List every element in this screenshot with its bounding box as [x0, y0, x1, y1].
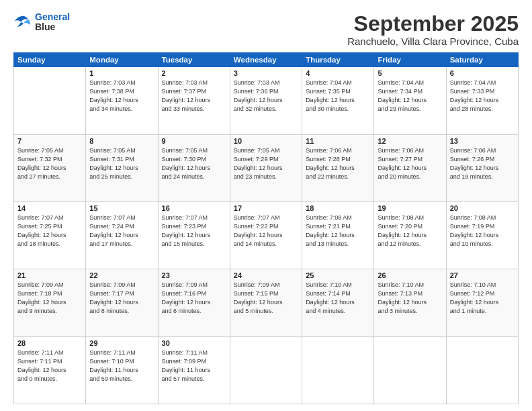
- day-info: Sunrise: 7:05 AM Sunset: 7:30 PM Dayligh…: [162, 146, 226, 181]
- day-number: 13: [450, 137, 515, 145]
- day-info: Sunrise: 7:07 AM Sunset: 7:23 PM Dayligh…: [162, 214, 226, 248]
- calendar-cell: 19Sunrise: 7:08 AM Sunset: 7:20 PM Dayli…: [374, 201, 446, 269]
- day-number: 8: [89, 137, 154, 145]
- header: General Blue September 2025 Ranchuelo, V…: [13, 12, 519, 47]
- calendar-cell: [374, 336, 446, 404]
- week-row-5: 28Sunrise: 7:11 AM Sunset: 7:11 PM Dayli…: [14, 336, 519, 404]
- day-number: 11: [306, 137, 370, 145]
- day-info: Sunrise: 7:05 AM Sunset: 7:32 PM Dayligh…: [17, 146, 82, 181]
- calendar-cell: 8Sunrise: 7:05 AM Sunset: 7:31 PM Daylig…: [86, 134, 158, 201]
- calendar-cell: [446, 336, 518, 404]
- calendar-cell: 7Sunrise: 7:05 AM Sunset: 7:32 PM Daylig…: [14, 134, 86, 201]
- day-number: 23: [162, 271, 226, 279]
- weekday-header-wednesday: Wednesday: [230, 53, 302, 67]
- calendar-cell: [14, 67, 86, 134]
- day-number: 29: [89, 339, 154, 347]
- calendar-cell: 28Sunrise: 7:11 AM Sunset: 7:11 PM Dayli…: [14, 336, 86, 404]
- day-info: Sunrise: 7:04 AM Sunset: 7:34 PM Dayligh…: [378, 79, 442, 113]
- calendar-cell: 18Sunrise: 7:08 AM Sunset: 7:21 PM Dayli…: [302, 201, 374, 269]
- day-number: 7: [17, 137, 82, 145]
- title-block: September 2025 Ranchuelo, Villa Clara Pr…: [347, 12, 519, 47]
- day-info: Sunrise: 7:07 AM Sunset: 7:25 PM Dayligh…: [17, 214, 82, 248]
- calendar-cell: 10Sunrise: 7:05 AM Sunset: 7:29 PM Dayli…: [230, 134, 302, 201]
- calendar-cell: 1Sunrise: 7:03 AM Sunset: 7:38 PM Daylig…: [86, 67, 158, 134]
- day-number: 21: [17, 271, 82, 279]
- calendar-cell: 13Sunrise: 7:06 AM Sunset: 7:26 PM Dayli…: [446, 134, 518, 201]
- logo-line2: Blue: [35, 22, 70, 32]
- day-number: 15: [89, 204, 154, 212]
- day-number: 25: [306, 271, 370, 279]
- month-title: September 2025: [347, 12, 519, 36]
- day-info: Sunrise: 7:10 AM Sunset: 7:14 PM Dayligh…: [306, 281, 370, 316]
- logo-text: General Blue: [35, 12, 70, 33]
- calendar-cell: 17Sunrise: 7:07 AM Sunset: 7:22 PM Dayli…: [230, 201, 302, 269]
- day-info: Sunrise: 7:09 AM Sunset: 7:17 PM Dayligh…: [89, 281, 154, 316]
- day-info: Sunrise: 7:03 AM Sunset: 7:37 PM Dayligh…: [162, 79, 226, 113]
- day-number: 10: [234, 137, 298, 145]
- day-info: Sunrise: 7:10 AM Sunset: 7:13 PM Dayligh…: [378, 281, 442, 316]
- weekday-header-tuesday: Tuesday: [158, 53, 230, 67]
- day-number: 1: [89, 69, 154, 77]
- day-info: Sunrise: 7:11 AM Sunset: 7:11 PM Dayligh…: [17, 349, 82, 383]
- calendar-cell: 23Sunrise: 7:09 AM Sunset: 7:16 PM Dayli…: [158, 269, 230, 336]
- weekday-header-monday: Monday: [86, 53, 158, 67]
- calendar-cell: 29Sunrise: 7:11 AM Sunset: 7:10 PM Dayli…: [86, 336, 158, 404]
- week-row-2: 7Sunrise: 7:05 AM Sunset: 7:32 PM Daylig…: [14, 134, 519, 201]
- calendar-cell: 15Sunrise: 7:07 AM Sunset: 7:24 PM Dayli…: [86, 201, 158, 269]
- day-info: Sunrise: 7:03 AM Sunset: 7:38 PM Dayligh…: [89, 79, 154, 113]
- weekday-header-saturday: Saturday: [446, 53, 518, 67]
- calendar-cell: 9Sunrise: 7:05 AM Sunset: 7:30 PM Daylig…: [158, 134, 230, 201]
- page: General Blue September 2025 Ranchuelo, V…: [0, 0, 532, 411]
- day-number: 9: [162, 137, 226, 145]
- day-info: Sunrise: 7:06 AM Sunset: 7:28 PM Dayligh…: [306, 146, 370, 181]
- day-info: Sunrise: 7:08 AM Sunset: 7:21 PM Dayligh…: [306, 214, 370, 248]
- calendar-cell: 20Sunrise: 7:08 AM Sunset: 7:19 PM Dayli…: [446, 201, 518, 269]
- day-info: Sunrise: 7:11 AM Sunset: 7:09 PM Dayligh…: [162, 349, 226, 383]
- calendar-cell: 4Sunrise: 7:04 AM Sunset: 7:35 PM Daylig…: [302, 67, 374, 134]
- day-info: Sunrise: 7:10 AM Sunset: 7:12 PM Dayligh…: [450, 281, 515, 316]
- calendar-cell: 5Sunrise: 7:04 AM Sunset: 7:34 PM Daylig…: [374, 67, 446, 134]
- week-row-4: 21Sunrise: 7:09 AM Sunset: 7:18 PM Dayli…: [14, 269, 519, 336]
- day-info: Sunrise: 7:06 AM Sunset: 7:27 PM Dayligh…: [378, 146, 442, 181]
- calendar-cell: 6Sunrise: 7:04 AM Sunset: 7:33 PM Daylig…: [446, 67, 518, 134]
- calendar-table: SundayMondayTuesdayWednesdayThursdayFrid…: [13, 52, 519, 404]
- day-number: 24: [234, 271, 298, 279]
- calendar-cell: 25Sunrise: 7:10 AM Sunset: 7:14 PM Dayli…: [302, 269, 374, 336]
- day-info: Sunrise: 7:09 AM Sunset: 7:16 PM Dayligh…: [162, 281, 226, 316]
- calendar-cell: [230, 336, 302, 404]
- calendar-cell: 22Sunrise: 7:09 AM Sunset: 7:17 PM Dayli…: [86, 269, 158, 336]
- day-number: 17: [234, 204, 298, 212]
- calendar-cell: 3Sunrise: 7:03 AM Sunset: 7:36 PM Daylig…: [230, 67, 302, 134]
- day-number: 4: [306, 69, 370, 77]
- weekday-header-friday: Friday: [374, 53, 446, 67]
- calendar-cell: 12Sunrise: 7:06 AM Sunset: 7:27 PM Dayli…: [374, 134, 446, 201]
- weekday-header-sunday: Sunday: [14, 53, 86, 67]
- logo-icon: [13, 15, 32, 30]
- week-row-1: 1Sunrise: 7:03 AM Sunset: 7:38 PM Daylig…: [14, 67, 519, 134]
- logo: General Blue: [13, 12, 70, 33]
- calendar-cell: [302, 336, 374, 404]
- day-info: Sunrise: 7:08 AM Sunset: 7:19 PM Dayligh…: [450, 214, 515, 248]
- day-info: Sunrise: 7:08 AM Sunset: 7:20 PM Dayligh…: [378, 214, 442, 248]
- day-number: 14: [17, 204, 82, 212]
- day-info: Sunrise: 7:11 AM Sunset: 7:10 PM Dayligh…: [89, 349, 154, 383]
- day-number: 30: [162, 339, 226, 347]
- calendar-cell: 11Sunrise: 7:06 AM Sunset: 7:28 PM Dayli…: [302, 134, 374, 201]
- calendar-cell: 21Sunrise: 7:09 AM Sunset: 7:18 PM Dayli…: [14, 269, 86, 336]
- day-number: 26: [378, 271, 442, 279]
- day-info: Sunrise: 7:03 AM Sunset: 7:36 PM Dayligh…: [234, 79, 298, 113]
- day-number: 12: [378, 137, 442, 145]
- week-row-3: 14Sunrise: 7:07 AM Sunset: 7:25 PM Dayli…: [14, 201, 519, 269]
- day-number: 19: [378, 204, 442, 212]
- calendar-cell: 16Sunrise: 7:07 AM Sunset: 7:23 PM Dayli…: [158, 201, 230, 269]
- day-number: 3: [234, 69, 298, 77]
- day-number: 5: [378, 69, 442, 77]
- day-info: Sunrise: 7:09 AM Sunset: 7:18 PM Dayligh…: [17, 281, 82, 316]
- calendar-cell: 26Sunrise: 7:10 AM Sunset: 7:13 PM Dayli…: [374, 269, 446, 336]
- weekday-header-thursday: Thursday: [302, 53, 374, 67]
- day-info: Sunrise: 7:04 AM Sunset: 7:33 PM Dayligh…: [450, 79, 515, 113]
- day-info: Sunrise: 7:07 AM Sunset: 7:22 PM Dayligh…: [234, 214, 298, 248]
- day-info: Sunrise: 7:09 AM Sunset: 7:15 PM Dayligh…: [234, 281, 298, 316]
- day-info: Sunrise: 7:05 AM Sunset: 7:31 PM Dayligh…: [89, 146, 154, 181]
- day-info: Sunrise: 7:05 AM Sunset: 7:29 PM Dayligh…: [234, 146, 298, 181]
